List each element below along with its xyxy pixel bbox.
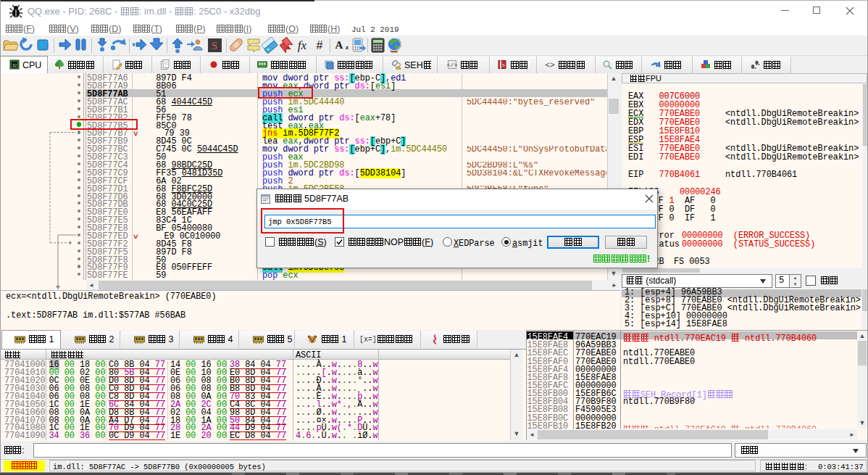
svg-text:S: S — [502, 62, 505, 68]
svg-text:</>: </> — [447, 62, 457, 68]
svg-text:z: z — [346, 44, 349, 51]
svg-text:A: A — [335, 39, 343, 51]
svg-text:fx: fx — [298, 38, 307, 52]
svg-text:S: S — [212, 40, 217, 51]
svg-text:#: # — [317, 39, 323, 51]
svg-text:32: 32 — [12, 63, 17, 67]
svg-text:<>: <> — [545, 61, 554, 70]
